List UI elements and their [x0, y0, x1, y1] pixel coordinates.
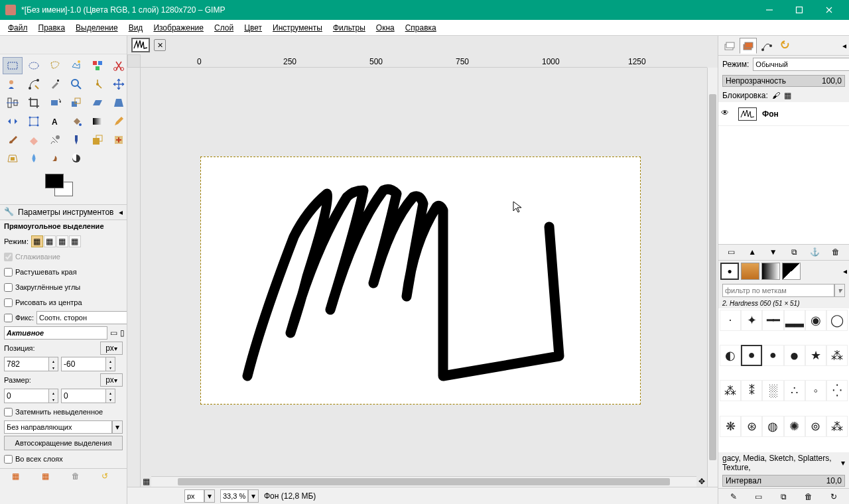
brush-cell[interactable]: ░	[762, 380, 783, 401]
brush-interval-slider[interactable]: Интервал10,0	[722, 475, 845, 487]
brush-cell[interactable]: ◦	[805, 380, 826, 401]
brush-cell[interactable]: ✺	[784, 416, 805, 437]
menu-help[interactable]: Справка	[400, 22, 442, 34]
tool-dodge-burn[interactable]	[66, 150, 86, 167]
ruler-horizontal[interactable]: 025050075010001250	[141, 54, 707, 68]
layer-row[interactable]: 👁 Фон	[718, 102, 849, 126]
new-brush-icon[interactable]: ▭	[753, 491, 764, 502]
menu-layer[interactable]: Слой	[209, 22, 239, 34]
mode-replace-icon[interactable]: ▦	[31, 235, 43, 247]
brush-dock-menu-icon[interactable]: ◂	[843, 267, 847, 276]
all-layers-checkbox[interactable]	[4, 455, 13, 464]
layer-name[interactable]: Фон	[762, 109, 779, 119]
ruler-vertical[interactable]	[127, 68, 141, 487]
active-input[interactable]	[4, 326, 107, 340]
dock-arrow-icon[interactable]: ◂	[119, 208, 123, 217]
brush-cell[interactable]: ◉	[805, 310, 826, 331]
tool-ellipse-select[interactable]	[24, 57, 44, 74]
anchor-layer-icon[interactable]: ⚓	[810, 247, 820, 257]
brush-filter-combo[interactable]: ▾	[722, 284, 845, 297]
tool-fuzzy-select[interactable]	[66, 57, 86, 74]
tool-eraser[interactable]	[24, 131, 44, 149]
guides-combo[interactable]: ▾	[4, 420, 123, 434]
tab-channels-icon[interactable]	[740, 38, 757, 54]
height-input[interactable]: ▴▾	[61, 389, 115, 403]
menu-view[interactable]: Вид	[123, 22, 149, 34]
lower-layer-icon[interactable]: ▼	[768, 247, 779, 257]
portrait-icon[interactable]: ▯	[120, 328, 125, 338]
menu-color[interactable]: Цвет	[239, 22, 267, 34]
tool-scale[interactable]	[66, 94, 86, 111]
brush-cell[interactable]: ⁑	[741, 380, 762, 401]
tool-pencil[interactable]	[109, 113, 129, 130]
brush-cell[interactable]: ★	[805, 345, 826, 366]
brush-cell[interactable]: ◯	[826, 310, 848, 331]
scrollbar-horizontal[interactable]	[151, 476, 696, 487]
unit-combo[interactable]: ▾	[184, 489, 215, 503]
color-selector[interactable]	[5, 174, 121, 200]
tab-layers-icon[interactable]	[721, 38, 738, 54]
mode-subtract-icon[interactable]: ▦	[56, 235, 68, 247]
brush-cell[interactable]: ▂▂	[784, 310, 805, 331]
brush-cell[interactable]: ⁂	[826, 345, 848, 366]
brush-categories[interactable]: gacy, Media, Sketch, Splatters, Texture,…	[718, 452, 849, 473]
tool-airbrush[interactable]	[45, 131, 65, 149]
scrollbar-vertical[interactable]	[707, 68, 718, 487]
menu-edit[interactable]: Правка	[33, 22, 71, 34]
tool-by-color-select[interactable]	[88, 57, 107, 74]
tool-heal[interactable]	[109, 131, 129, 149]
landscape-icon[interactable]: ▭	[110, 328, 117, 338]
brush-cell[interactable]: ●	[762, 345, 783, 366]
brush-cell[interactable]: ◍	[762, 416, 783, 437]
lock-pixels-icon[interactable]: 🖌	[772, 91, 780, 100]
fixed-combo[interactable]: ▾	[36, 311, 127, 324]
tool-cage[interactable]	[24, 113, 44, 130]
brush-cell[interactable]: ◐	[720, 345, 741, 366]
opacity-slider[interactable]: Непрозрачность100,0	[722, 75, 845, 87]
tab-paths-icon[interactable]	[758, 38, 775, 54]
refresh-brush-icon[interactable]: ↻	[828, 491, 839, 502]
tab-patterns-icon[interactable]	[741, 263, 759, 280]
menu-image[interactable]: Изображение	[148, 22, 209, 34]
ruler-corner[interactable]	[127, 54, 141, 68]
menu-windows[interactable]: Окна	[371, 22, 400, 34]
width-input[interactable]: ▴▾	[4, 389, 58, 403]
layer-thumbnail[interactable]	[738, 107, 757, 121]
canvas[interactable]	[141, 68, 707, 476]
brush-cell[interactable]: ⊚	[805, 416, 826, 437]
save-preset-icon[interactable]: ▦	[12, 472, 25, 485]
pos-y-input[interactable]: ▴▾	[61, 357, 115, 371]
tab-gradients-icon[interactable]	[761, 263, 780, 280]
delete-preset-icon[interactable]: 🗑	[72, 472, 85, 485]
brush-cell[interactable]: ✦	[741, 310, 762, 331]
brush-cell[interactable]: ⊛	[741, 416, 762, 437]
zoom-combo[interactable]: ▾	[220, 489, 259, 503]
fg-color-swatch[interactable]	[45, 174, 64, 188]
tool-paths[interactable]	[24, 76, 44, 93]
close-tab-icon[interactable]: ✕	[154, 39, 166, 51]
quick-mask-icon[interactable]: ▦	[141, 476, 151, 487]
new-layer-icon[interactable]: ▭	[726, 247, 737, 257]
edit-brush-icon[interactable]: ✎	[728, 491, 739, 502]
brush-cell[interactable]: ❋	[720, 416, 741, 437]
tool-shear[interactable]	[88, 94, 107, 111]
darken-checkbox[interactable]	[4, 408, 13, 416]
brush-cell[interactable]: ∴	[784, 380, 805, 401]
tab-fonts-icon[interactable]	[782, 263, 801, 280]
raise-layer-icon[interactable]: ▲	[747, 247, 757, 257]
tool-move[interactable]	[109, 76, 129, 93]
brush-cell[interactable]: ⁂	[720, 380, 741, 401]
delete-layer-icon[interactable]: 🗑	[830, 247, 841, 257]
tool-rect-select[interactable]	[3, 57, 23, 74]
rounded-checkbox[interactable]	[4, 283, 13, 292]
tool-perspective[interactable]	[109, 94, 129, 111]
tool-crop[interactable]	[24, 94, 44, 111]
pos-x-input[interactable]: ▴▾	[4, 357, 58, 371]
tab-undo-icon[interactable]	[777, 38, 794, 54]
layer-list[interactable]: 👁 Фон	[718, 102, 849, 244]
tool-gradient[interactable]	[88, 113, 107, 130]
menu-select[interactable]: Выделение	[70, 22, 123, 34]
lock-alpha-icon[interactable]: ▦	[784, 91, 791, 100]
tool-smudge[interactable]	[45, 150, 65, 167]
antialias-checkbox[interactable]	[4, 253, 13, 261]
